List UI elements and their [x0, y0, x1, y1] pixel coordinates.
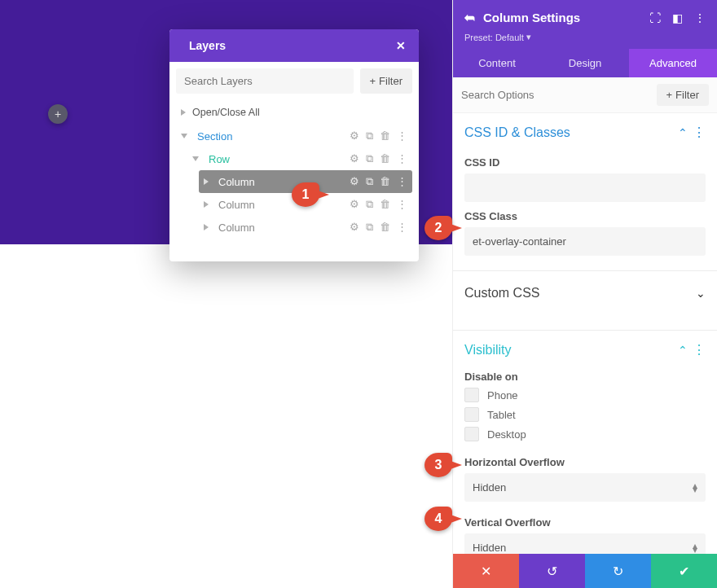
duplicate-icon[interactable]: ⧉	[366, 221, 373, 234]
section-title: Visibility	[464, 343, 678, 358]
checkbox[interactable]	[464, 388, 479, 402]
disable-tablet[interactable]: Tablet	[464, 407, 706, 422]
layers-filter-button[interactable]: + Filter	[360, 68, 412, 94]
duplicate-icon[interactable]: ⧉	[366, 198, 373, 211]
more-icon[interactable]: ⋮	[397, 198, 407, 211]
chevron-right-icon	[181, 109, 186, 116]
chevron-right-icon	[204, 178, 209, 185]
css-id-input[interactable]	[464, 173, 706, 202]
annotation-1: 1	[292, 182, 319, 207]
header-icons: ⛶ ◧ ⋮	[649, 11, 706, 24]
check-icon: ✔	[679, 564, 689, 579]
checkbox-label: Tablet	[487, 409, 516, 421]
tree-section[interactable]: Section ⚙ ⧉ 🗑 ⋮	[176, 125, 412, 147]
gear-icon[interactable]: ⚙	[350, 221, 359, 234]
checkbox-label: Desktop	[487, 428, 526, 441]
layers-toolbar: + Filter	[169, 62, 419, 100]
settings-footer: ✕ ↺ ↻ ✔	[453, 554, 717, 588]
section-title: CSS ID & Classes	[464, 125, 678, 140]
checkbox[interactable]	[464, 427, 479, 441]
chevron-down-icon	[181, 134, 187, 138]
settings-body: CSS ID & Classes ⌃ ⋮ CSS ID CSS Class Cu…	[453, 113, 717, 554]
disable-phone[interactable]: Phone	[464, 388, 706, 402]
css-class-label: CSS Class	[464, 210, 706, 222]
more-icon[interactable]: ⋮	[397, 129, 407, 143]
redo-icon: ↻	[613, 564, 623, 579]
trash-icon[interactable]: 🗑	[380, 129, 390, 143]
section-title: Custom CSS	[464, 286, 696, 301]
chevron-right-icon	[204, 201, 209, 208]
preset-selector[interactable]: Preset: Default ▾	[453, 29, 717, 49]
select-arrows-icon: ▴▾	[693, 484, 697, 492]
css-class-input[interactable]	[464, 227, 706, 256]
settings-title-row: ➦ Column Settings ⛶ ◧ ⋮	[453, 7, 717, 29]
chevron-down-icon: ⌄	[696, 287, 706, 300]
settings-search-row: + Filter	[453, 77, 717, 113]
collapse-icon[interactable]: ⌃	[678, 126, 688, 139]
h-overflow-label: Horizontal Overflow	[464, 456, 706, 468]
v-overflow-label: Vertical Overflow	[464, 516, 706, 529]
more-icon[interactable]: ⋮	[397, 152, 407, 165]
trash-icon[interactable]: 🗑	[380, 198, 390, 211]
layers-title: Layers	[189, 39, 226, 52]
disable-desktop[interactable]: Desktop	[464, 427, 706, 441]
canvas-background-bottom	[0, 244, 452, 588]
disable-on-label: Disable on	[464, 371, 706, 383]
select-value: Hidden	[473, 481, 506, 494]
settings-panel: ➦ Column Settings ⛶ ◧ ⋮ Preset: Default …	[452, 0, 717, 588]
trash-icon[interactable]: 🗑	[380, 175, 390, 188]
select-value: Hidden	[473, 542, 506, 554]
tree-column[interactable]: Column ⚙ ⧉ 🗑 ⋮	[199, 216, 412, 239]
row-actions: ⚙ ⧉ 🗑 ⋮	[350, 152, 407, 165]
more-icon[interactable]: ⋮	[694, 11, 706, 24]
settings-search-input[interactable]	[461, 84, 650, 106]
select-arrows-icon: ▴▾	[693, 544, 697, 552]
redo-button[interactable]: ↻	[585, 554, 651, 588]
chevron-down-icon: ▾	[526, 32, 531, 42]
checkbox[interactable]	[464, 407, 479, 422]
gear-icon[interactable]: ⚙	[350, 175, 359, 188]
more-icon[interactable]: ⋮	[693, 342, 706, 358]
tab-advanced[interactable]: Advanced	[629, 49, 717, 77]
gear-icon[interactable]: ⚙	[350, 198, 359, 211]
more-icon[interactable]: ⋮	[397, 175, 407, 188]
collapse-icon[interactable]: ⌃	[678, 344, 688, 357]
tab-content[interactable]: Content	[453, 49, 541, 77]
duplicate-icon[interactable]: ⧉	[366, 152, 373, 165]
gear-icon[interactable]: ⚙	[350, 152, 359, 165]
layers-panel: Layers ✕ + Filter Open/Close All Section…	[169, 29, 419, 261]
undo-button[interactable]: ↺	[519, 554, 585, 588]
filter-label: Filter	[379, 75, 402, 87]
duplicate-icon[interactable]: ⧉	[366, 175, 373, 188]
row-actions: ⚙ ⧉ 🗑 ⋮	[350, 221, 407, 234]
row-actions: ⚙ ⧉ 🗑 ⋮	[350, 175, 407, 188]
v-overflow-select[interactable]: Hidden ▴▾	[464, 533, 706, 554]
h-overflow-select[interactable]: Hidden ▴▾	[464, 473, 706, 502]
section-label: Section	[194, 130, 350, 143]
section-visibility[interactable]: Visibility ⌃ ⋮	[464, 331, 706, 366]
panel-icon[interactable]: ◧	[672, 11, 683, 24]
expand-icon[interactable]: ⛶	[649, 11, 661, 24]
back-icon[interactable]: ➦	[464, 10, 475, 25]
add-module-button[interactable]: +	[48, 104, 68, 124]
cancel-button[interactable]: ✕	[453, 554, 519, 588]
close-icon[interactable]: ✕	[396, 39, 406, 52]
row-label: Row	[205, 153, 350, 165]
trash-icon[interactable]: 🗑	[380, 221, 390, 234]
gear-icon[interactable]: ⚙	[350, 129, 359, 143]
section-css-id-classes[interactable]: CSS ID & Classes ⌃ ⋮	[464, 113, 706, 148]
save-button[interactable]: ✔	[651, 554, 717, 588]
open-close-all[interactable]: Open/Close All	[169, 100, 419, 125]
trash-icon[interactable]: 🗑	[380, 152, 390, 165]
settings-title: Column Settings	[483, 11, 641, 24]
section-custom-css[interactable]: Custom CSS ⌄	[464, 271, 706, 315]
more-icon[interactable]: ⋮	[693, 125, 706, 140]
duplicate-icon[interactable]: ⧉	[366, 129, 373, 143]
row-actions: ⚙ ⧉ 🗑 ⋮	[350, 129, 407, 143]
tree-row[interactable]: Row ⚙ ⧉ 🗑 ⋮	[187, 147, 412, 170]
tab-design[interactable]: Design	[541, 49, 629, 77]
checkbox-label: Phone	[487, 389, 518, 402]
layers-search-input[interactable]	[176, 68, 354, 94]
more-icon[interactable]: ⋮	[397, 221, 407, 234]
settings-filter-button[interactable]: + Filter	[657, 84, 709, 106]
